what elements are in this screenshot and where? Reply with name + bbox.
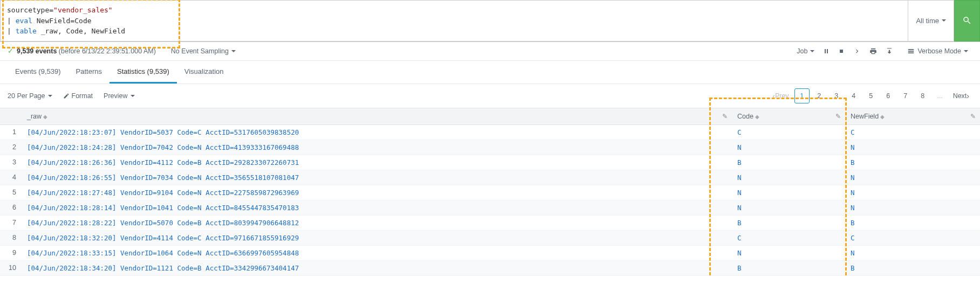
cell-raw[interactable]: [04/Jun/2022:18:27:48] VendorID=9104 Cod… (22, 185, 732, 200)
table-row: 5[04/Jun/2022:18:27:48] VendorID=9104 Co… (0, 185, 980, 200)
share-icon (853, 47, 861, 55)
cell-raw[interactable]: [04/Jun/2022:18:28:14] VendorID=1041 Cod… (22, 200, 732, 215)
page-ellipsis: ... (933, 88, 948, 103)
row-number: 1 (0, 124, 22, 140)
next-page[interactable]: Next › (950, 88, 972, 103)
sort-icon: ◆ (43, 114, 47, 120)
cell-newfield[interactable]: C (845, 124, 980, 140)
mode-dropdown[interactable]: Verbose Mode (903, 45, 972, 57)
col-header-newfield[interactable]: NewField◆ ✎ (845, 108, 980, 125)
cell-raw[interactable]: [04/Jun/2022:18:24:28] VendorID=7042 Cod… (22, 140, 732, 155)
row-number: 7 (0, 215, 22, 230)
results-table: _raw◆ ✎ Code◆ ✎ NewField◆ ✎ 1[04/Jun/202… (0, 108, 980, 276)
pagination: ‹ Prev 1 2 3 4 5 6 7 8 ... Next › (767, 88, 972, 103)
search-button[interactable] (954, 0, 980, 41)
row-number: 2 (0, 140, 22, 155)
cell-code[interactable]: B (732, 215, 845, 230)
result-tabs: Events (9,539) Patterns Statistics (9,53… (0, 61, 980, 84)
tab-statistics[interactable]: Statistics (9,539) (109, 61, 177, 84)
format-dropdown[interactable]: Format (63, 92, 93, 100)
download-icon (886, 47, 893, 55)
row-number: 10 (0, 260, 22, 275)
cell-newfield[interactable]: C (845, 230, 980, 245)
table-row: 2[04/Jun/2022:18:24:28] VendorID=7042 Co… (0, 140, 980, 155)
search-input[interactable]: sourcetype="vendor_sales" | eval NewFiel… (0, 0, 908, 41)
cell-newfield[interactable]: N (845, 185, 980, 200)
cell-code[interactable]: B (732, 155, 845, 170)
cell-newfield[interactable]: N (845, 200, 980, 215)
row-number: 9 (0, 245, 22, 260)
cell-newfield[interactable]: N (845, 245, 980, 260)
cell-raw[interactable]: [04/Jun/2022:18:26:36] VendorID=4112 Cod… (22, 155, 732, 170)
page-1[interactable]: 1 (794, 88, 810, 103)
cell-raw[interactable]: [04/Jun/2022:18:28:22] VendorID=5070 Cod… (22, 215, 732, 230)
table-row: 8[04/Jun/2022:18:32:20] VendorID=4114 Co… (0, 230, 980, 245)
results-toolbar: 20 Per Page Format Preview ‹ Prev 1 2 3 … (0, 84, 980, 108)
pencil-icon[interactable]: ✎ (835, 113, 841, 120)
row-number: 6 (0, 200, 22, 215)
print-icon (869, 47, 877, 55)
cell-newfield[interactable]: B (845, 215, 980, 230)
stop-button[interactable] (834, 46, 849, 57)
cell-newfield[interactable]: N (845, 170, 980, 185)
row-number: 4 (0, 170, 22, 185)
cell-raw[interactable]: [04/Jun/2022:18:33:15] VendorID=1064 Cod… (22, 245, 732, 260)
cell-raw[interactable]: [04/Jun/2022:18:32:20] VendorID=4114 Cod… (22, 230, 732, 245)
cell-raw[interactable]: [04/Jun/2022:18:26:55] VendorID=7034 Cod… (22, 170, 732, 185)
cell-code[interactable]: N (732, 245, 845, 260)
search-icon (962, 16, 972, 25)
cell-newfield[interactable]: B (845, 260, 980, 275)
page-8[interactable]: 8 (915, 88, 930, 103)
cell-code[interactable]: B (732, 260, 845, 275)
table-row: 1[04/Jun/2022:18:23:07] VendorID=5037 Co… (0, 124, 980, 140)
pause-icon (823, 48, 830, 54)
page-2[interactable]: 2 (812, 88, 827, 103)
table-row: 10[04/Jun/2022:18:34:20] VendorID=1121 C… (0, 260, 980, 275)
table-row: 4[04/Jun/2022:18:26:55] VendorID=7034 Co… (0, 170, 980, 185)
page-6[interactable]: 6 (881, 88, 896, 103)
cell-code[interactable]: N (732, 170, 845, 185)
tab-events[interactable]: Events (9,539) (8, 61, 68, 84)
cell-code[interactable]: N (732, 140, 845, 155)
job-dropdown[interactable]: Job (792, 45, 819, 57)
table-row: 7[04/Jun/2022:18:28:22] VendorID=5070 Co… (0, 215, 980, 230)
col-header-rownum (0, 108, 22, 125)
tab-patterns[interactable]: Patterns (68, 61, 109, 84)
table-row: 3[04/Jun/2022:18:26:36] VendorID=4112 Co… (0, 155, 980, 170)
per-page-dropdown[interactable]: 20 Per Page (8, 92, 52, 100)
time-range-label: All time (916, 17, 939, 25)
share-button[interactable] (849, 45, 865, 57)
page-3[interactable]: 3 (829, 88, 844, 103)
event-sampling-dropdown[interactable]: No Event Sampling (167, 45, 240, 57)
event-summary-bar: ✓ 9,539 events (before 6/13/22 2:39:51.0… (0, 42, 980, 61)
row-number: 5 (0, 185, 22, 200)
time-range-picker[interactable]: All time (908, 0, 954, 41)
cell-code[interactable]: C (732, 124, 845, 140)
col-header-code[interactable]: Code◆ ✎ (732, 108, 845, 125)
row-number: 3 (0, 155, 22, 170)
stop-icon (838, 48, 845, 54)
export-button[interactable] (881, 45, 897, 57)
prev-page[interactable]: ‹ Prev (769, 88, 792, 103)
cell-code[interactable]: N (732, 200, 845, 215)
cell-newfield[interactable]: B (845, 155, 980, 170)
page-5[interactable]: 5 (864, 88, 879, 103)
pause-button[interactable] (819, 46, 834, 57)
print-button[interactable] (865, 45, 881, 57)
pencil-icon[interactable]: ✎ (970, 113, 976, 120)
page-4[interactable]: 4 (846, 88, 861, 103)
cell-code[interactable]: C (732, 230, 845, 245)
cell-code[interactable]: N (732, 185, 845, 200)
event-range: (before 6/13/22 2:39:51.000 AM) (59, 47, 156, 55)
pencil-icon[interactable]: ✎ (722, 113, 728, 120)
sort-icon: ◆ (755, 114, 759, 120)
page-7[interactable]: 7 (898, 88, 913, 103)
tab-visualization[interactable]: Visualization (177, 61, 231, 84)
col-header-raw[interactable]: _raw◆ ✎ (22, 108, 732, 125)
preview-dropdown[interactable]: Preview (104, 92, 134, 100)
cell-raw[interactable]: [04/Jun/2022:18:23:07] VendorID=5037 Cod… (22, 124, 732, 140)
cell-raw[interactable]: [04/Jun/2022:18:34:20] VendorID=1121 Cod… (22, 260, 732, 275)
row-number: 8 (0, 230, 22, 245)
sort-icon: ◆ (880, 114, 885, 120)
cell-newfield[interactable]: N (845, 140, 980, 155)
